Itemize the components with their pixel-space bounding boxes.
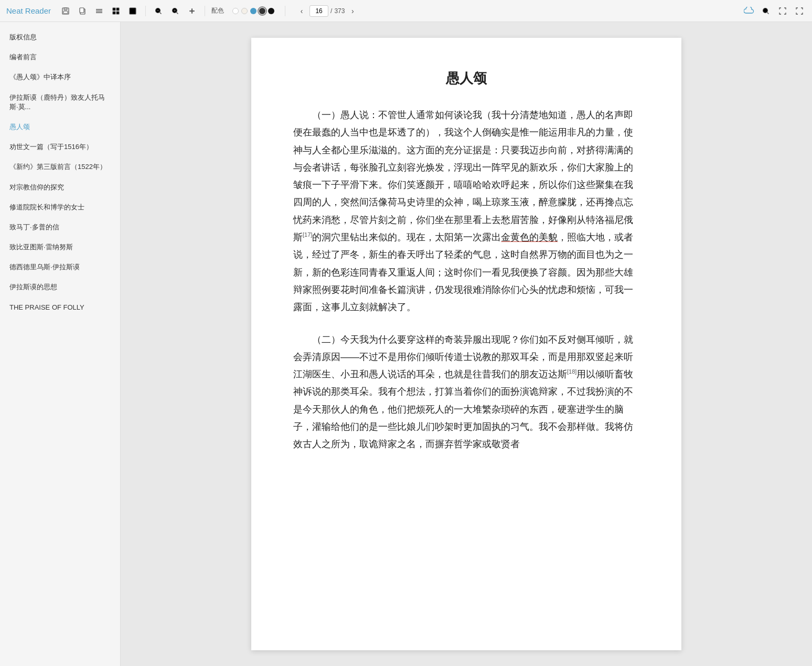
page-input[interactable]	[309, 5, 328, 17]
svg-rect-4	[80, 8, 84, 13]
sidebar-item[interactable]: 编者前言	[0, 47, 120, 67]
svg-rect-2	[63, 11, 68, 14]
prev-page-button[interactable]: ‹	[296, 5, 307, 17]
color-dark[interactable]	[259, 8, 265, 14]
toolbar-separator-1	[145, 6, 146, 16]
fullscreen-icon[interactable]	[776, 5, 789, 17]
paragraph-1-text-a: （一）愚人说：不管世人通常如何谈论我（我十分清楚地知道，愚人的名声即便在最蠢的人…	[293, 110, 633, 242]
svg-rect-12	[130, 8, 136, 14]
book-paragraph-2: （二）今天我为什么要穿这样的奇装异服出现呢？你们如不反对侧耳倾听，就会弄清原因—…	[293, 331, 639, 453]
svg-point-22	[763, 8, 768, 13]
next-page-button[interactable]: ›	[347, 5, 358, 17]
color-label: 配色	[211, 6, 224, 15]
color-blue[interactable]	[250, 8, 257, 14]
footnote-17: [17]	[303, 231, 312, 238]
main-layout: 版权信息编者前言《愚人颂》中译本序伊拉斯谟（鹿特丹）致友人托马斯·莫...愚人颂…	[0, 22, 812, 666]
paragraph-2-text-b: 用以倾听畜牧神诉说的那类耳朵。我有个想法，打算当着你们的面扮演诡辩家，不过我扮演…	[293, 369, 633, 449]
book-title: 愚人颂	[293, 69, 639, 88]
zoom-in-icon[interactable]	[169, 5, 181, 17]
search-icon[interactable]	[760, 5, 772, 17]
sidebar-item[interactable]: 伊拉斯谟（鹿特丹）致友人托马斯·莫...	[0, 88, 120, 117]
page-separator: /	[330, 7, 332, 15]
sidebar-item[interactable]: 伊拉斯谟的思想	[0, 277, 120, 297]
book-content-area: 愚人颂 （一）愚人说：不管世人通常如何谈论我（我十分清楚地知道，愚人的名声即便在…	[121, 22, 812, 666]
svg-line-23	[767, 12, 769, 14]
sidebar-item[interactable]: 版权信息	[0, 27, 120, 47]
sidebar-item[interactable]: THE PRAISE OF FOLLY	[0, 298, 120, 318]
svg-rect-21	[191, 8, 193, 14]
sidebar-item[interactable]: 致马丁·多普的信	[0, 217, 120, 237]
copy-icon[interactable]	[76, 5, 89, 17]
book-page: 愚人颂 （一）愚人说：不管世人通常如何谈论我（我十分清楚地知道，愚人的名声即便在…	[251, 38, 681, 650]
toolbar-separator-3	[285, 6, 285, 16]
sidebar-item[interactable]: 对宗教信仰的探究	[0, 177, 120, 197]
svg-rect-11	[116, 12, 119, 14]
add-icon[interactable]	[186, 5, 198, 17]
color-black[interactable]	[268, 8, 274, 14]
toolbar-right	[743, 5, 806, 17]
svg-rect-8	[113, 8, 115, 10]
cloud-icon[interactable]	[743, 5, 755, 17]
toolbar-separator-2	[205, 6, 205, 16]
page-navigation: ‹ / 373 ›	[296, 5, 358, 17]
paragraph-1-text-b: 的洞穴里钻出来似的。现在，太阳第一次露出金黄色的美貌，照临大地，或者说，经过了严…	[293, 232, 633, 312]
svg-rect-1	[64, 8, 67, 10]
svg-rect-10	[113, 12, 115, 14]
sidebar-item[interactable]: 致比亚图斯·雷纳努斯	[0, 237, 120, 257]
book-paragraph-1: （一）愚人说：不管世人通常如何谈论我（我十分清楚地知道，愚人的名声即便在最蠢的人…	[293, 107, 639, 316]
sidebar-item[interactable]: 德西德里乌斯·伊拉斯谟	[0, 257, 120, 277]
svg-line-17	[177, 12, 178, 14]
grid-four-icon[interactable]	[110, 5, 122, 17]
sidebar-item[interactable]: 劝世文一篇（写于1516年）	[0, 137, 120, 157]
sidebar-item[interactable]: 《新约》第三版前言（1522年）	[0, 157, 120, 177]
zoom-out-icon[interactable]	[152, 5, 165, 17]
toolbar: Neat Reader 配色 ‹ / 373 ›	[0, 0, 812, 22]
sidebar-item[interactable]: 愚人颂	[0, 117, 120, 137]
save-icon[interactable]	[59, 5, 72, 17]
sidebar: 版权信息编者前言《愚人颂》中译本序伊拉斯谟（鹿特丹）致友人托马斯·莫...愚人颂…	[0, 22, 121, 666]
grid-one-icon[interactable]	[126, 5, 139, 17]
svg-line-14	[160, 12, 162, 14]
sidebar-item[interactable]: 《愚人颂》中译本序	[0, 67, 120, 87]
svg-rect-9	[116, 8, 119, 10]
page-total: 373	[334, 7, 345, 15]
color-palette	[232, 8, 274, 14]
footnote-18: [18]	[567, 368, 576, 375]
highlighted-text: 金黄色的美貌	[501, 232, 558, 242]
sidebar-item[interactable]: 修道院院长和博学的女士	[0, 197, 120, 217]
menu-icon[interactable]	[93, 5, 105, 17]
color-cream[interactable]	[241, 8, 248, 14]
color-white[interactable]	[232, 8, 239, 14]
collapse-icon[interactable]	[793, 5, 806, 17]
app-title: Neat Reader	[6, 6, 51, 15]
